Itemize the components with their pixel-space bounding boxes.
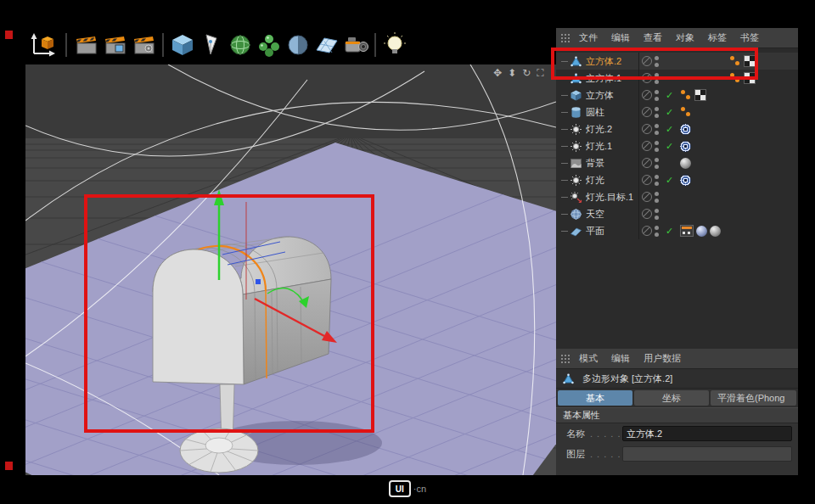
texture-tag[interactable]: [744, 72, 756, 84]
menu-bookmarks[interactable]: 书签: [734, 31, 766, 44]
cylinder-icon: [570, 106, 582, 119]
cube-primitive-button[interactable]: [168, 31, 197, 59]
material-tag[interactable]: [696, 226, 707, 237]
tab-phong[interactable]: 平滑着色(Phong: [711, 390, 796, 406]
enable-check[interactable]: [664, 124, 675, 135]
viewport-maximize-icon[interactable]: ⛶: [537, 67, 543, 79]
visibility-dots[interactable]: [655, 141, 661, 152]
point-selection-tag[interactable]: [729, 55, 741, 67]
layer-toggle[interactable]: [642, 192, 652, 202]
material-tag[interactable]: [710, 226, 721, 237]
visibility-dots[interactable]: [655, 192, 661, 203]
object-row[interactable]: 灯光.2: [556, 120, 798, 137]
pen-spline-button[interactable]: [197, 31, 226, 59]
menu-user-data[interactable]: 用户数据: [637, 352, 688, 365]
z-axis-handle[interactable]: [256, 279, 261, 284]
layer-toggle[interactable]: [642, 209, 652, 219]
layer-toggle[interactable]: [642, 141, 652, 151]
enable-check[interactable]: [664, 107, 675, 118]
menu-edit[interactable]: 编辑: [604, 31, 637, 44]
render-settings-button[interactable]: [129, 31, 158, 59]
name-input[interactable]: 立方体.2: [622, 426, 792, 441]
render-view-button[interactable]: [71, 31, 100, 59]
viewport-move-icon[interactable]: ✥: [493, 67, 502, 79]
menu-view[interactable]: 查看: [637, 31, 669, 44]
plane-grid-button[interactable]: [312, 31, 341, 59]
layer-toggle[interactable]: [642, 158, 652, 168]
object-row[interactable]: 圆柱: [556, 104, 798, 120]
tab-basic[interactable]: 基本: [558, 390, 632, 406]
viewport-zoom-icon[interactable]: ⬍: [508, 67, 516, 79]
visibility-dots[interactable]: [655, 226, 661, 237]
layer-toggle[interactable]: [642, 73, 652, 83]
object-row[interactable]: 立方体: [556, 87, 798, 104]
tree-branch: [559, 104, 570, 120]
object-row[interactable]: 平面: [556, 222, 798, 239]
point-selection-tag[interactable]: [680, 89, 692, 101]
target-tag[interactable]: [680, 141, 691, 152]
layer-toggle[interactable]: [642, 226, 652, 236]
visibility-dots[interactable]: [655, 56, 661, 67]
sphere-primitive-button[interactable]: [284, 31, 312, 59]
compositing-tag[interactable]: [680, 225, 694, 237]
visibility-dots[interactable]: [655, 158, 661, 169]
layer-field-row: 图层 . . . . .: [556, 444, 798, 464]
subdivide-sphere-button[interactable]: [226, 31, 255, 59]
axis-cube-icon: [27, 31, 59, 59]
texture-tag[interactable]: [744, 55, 756, 67]
layer-toggle[interactable]: [642, 90, 652, 100]
visibility-dots[interactable]: [655, 73, 661, 84]
target-tag[interactable]: [680, 175, 691, 186]
menu-tags[interactable]: 标签: [701, 31, 734, 44]
visibility-dots[interactable]: [655, 209, 661, 220]
enable-check[interactable]: [664, 175, 675, 186]
object-row[interactable]: 天空: [556, 205, 798, 222]
enable-check[interactable]: [664, 226, 675, 237]
tree-branch: [559, 188, 570, 205]
object-label: 灯光.1: [586, 140, 638, 153]
layer-toggle[interactable]: [642, 107, 652, 117]
enable-check[interactable]: [664, 90, 675, 101]
layer-toggle[interactable]: [642, 56, 652, 66]
point-selection-tag[interactable]: [680, 106, 692, 118]
visibility-dots[interactable]: [655, 124, 661, 135]
panel-grip-icon[interactable]: [560, 33, 570, 43]
layer-toggle[interactable]: [642, 124, 652, 134]
target-tag[interactable]: [680, 124, 691, 135]
texture-tag[interactable]: [694, 89, 706, 101]
object-row[interactable]: 灯光: [556, 171, 798, 188]
viewport-nav-icons: ✥ ⬍ ↻ ⛶: [493, 67, 544, 79]
material-tag[interactable]: [680, 158, 691, 169]
visibility-dots[interactable]: [655, 90, 661, 101]
tab-coordinates[interactable]: 坐标: [634, 390, 709, 406]
menu-file[interactable]: 文件: [572, 31, 604, 44]
menu-objects[interactable]: 对象: [669, 31, 701, 44]
field-label-layer: 图层: [566, 448, 590, 461]
array-cluster-button[interactable]: [255, 31, 284, 59]
object-row[interactable]: 背景: [556, 154, 798, 171]
visibility-dots[interactable]: [655, 175, 661, 186]
viewport-3d-canvas[interactable]: [25, 64, 556, 475]
panel-grip-icon[interactable]: [560, 354, 570, 364]
object-row[interactable]: 灯光.目标.1: [556, 188, 798, 205]
object-row[interactable]: 灯光.1: [556, 137, 798, 154]
attribute-object-title: 多边形对象 [立方体.2]: [556, 369, 798, 389]
menu-mode[interactable]: 模式: [572, 352, 604, 365]
render-picture-viewer-button[interactable]: [100, 31, 129, 59]
object-label: 天空: [586, 208, 638, 221]
object-row[interactable]: 立方体.2: [556, 53, 798, 70]
object-label: 灯光.目标.1: [586, 191, 638, 204]
viewport-rotate-icon[interactable]: ↻: [522, 67, 531, 79]
axis-cube-button[interactable]: [25, 31, 61, 59]
layer-toggle[interactable]: [642, 175, 652, 185]
enable-check[interactable]: [664, 141, 675, 152]
light-button[interactable]: [380, 31, 409, 59]
layer-input[interactable]: [622, 446, 792, 462]
visibility-dots[interactable]: [655, 107, 661, 118]
object-row[interactable]: 立方体.1: [556, 70, 798, 87]
point-selection-tag[interactable]: [729, 72, 741, 84]
menu-edit[interactable]: 编辑: [604, 352, 637, 365]
render-view-icon: [73, 32, 98, 58]
uicn-watermark: UI ·cn: [0, 480, 815, 497]
camera-button[interactable]: [341, 31, 370, 59]
